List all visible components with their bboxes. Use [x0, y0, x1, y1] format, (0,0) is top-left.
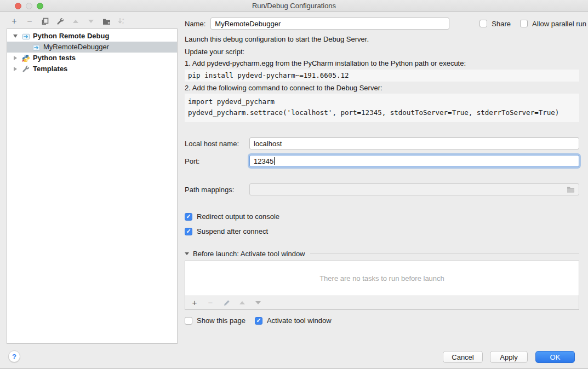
remove-task-icon: −: [206, 298, 215, 307]
tree-item-templates[interactable]: Templates: [7, 64, 177, 74]
local-host-name-label: Local host name:: [185, 140, 249, 148]
chevron-collapsed-icon[interactable]: [12, 67, 19, 71]
configurations-toolbar: + − az: [10, 17, 126, 26]
remote-debug-config-icon: [21, 32, 30, 41]
show-this-page-checkbox[interactable]: [185, 317, 192, 325]
port-input[interactable]: 12345: [249, 155, 579, 167]
step1-text: 1. Add pydevd-pycharm.egg from the PyCha…: [185, 59, 466, 67]
move-up-icon: [71, 17, 80, 26]
browse-folder-icon[interactable]: [567, 186, 575, 193]
configurations-tree: Python Remote Debug MyRemoteDebugger Pyt…: [7, 28, 178, 344]
sort-configurations-icon: az: [117, 17, 126, 26]
share-label: Share: [492, 20, 511, 28]
add-configuration-icon[interactable]: +: [10, 17, 19, 26]
new-folder-icon[interactable]: [102, 17, 111, 26]
titlebar: Run/Debug Configurations: [0, 0, 588, 12]
add-task-icon[interactable]: +: [190, 298, 199, 307]
path-mappings-input[interactable]: [249, 183, 579, 195]
move-task-down-icon: [254, 298, 262, 307]
run-debug-configurations-dialog: Run/Debug Configurations + − az Python R…: [0, 0, 588, 369]
text-cursor: [274, 157, 275, 165]
settrace-code[interactable]: import pydevd_pycharm pydevd_pycharm.set…: [185, 94, 579, 122]
svg-text:z: z: [122, 21, 124, 25]
redirect-output-checkbox[interactable]: [185, 213, 192, 221]
edit-templates-icon[interactable]: [56, 17, 65, 26]
ok-button[interactable]: OK: [535, 351, 575, 363]
name-label: Name:: [185, 20, 205, 28]
templates-wrench-icon: [21, 65, 30, 73]
tree-item-label: Python Remote Debug: [33, 31, 109, 42]
cancel-button[interactable]: Cancel: [443, 351, 483, 363]
remote-debug-config-icon: [32, 43, 41, 51]
intro-text: Launch this debug configuration to start…: [185, 35, 369, 43]
before-launch-title: Before launch: Activate tool window: [193, 250, 305, 258]
window-title: Run/Debug Configurations: [0, 2, 588, 10]
edit-task-icon: [222, 298, 231, 307]
chevron-collapsed-icon[interactable]: [12, 56, 19, 60]
update-script-text: Update your script:: [185, 48, 244, 56]
question-mark-icon: ?: [12, 353, 16, 361]
allow-parallel-run-checkbox[interactable]: [520, 20, 528, 27]
chevron-expanded-icon[interactable]: [12, 34, 19, 38]
task-list-toolbar: + −: [185, 296, 579, 310]
before-launch-task-list[interactable]: There are no tasks to run before launch: [185, 261, 579, 296]
help-button[interactable]: ?: [8, 350, 20, 362]
activate-tool-window-label: Activate tool window: [267, 316, 332, 325]
show-this-page-label: Show this page: [197, 316, 246, 325]
suspend-after-connect-label: Suspend after connect: [197, 227, 268, 235]
pip-install-code[interactable]: pip install pydevd-pycharm~=191.6605.12: [185, 70, 579, 82]
allow-parallel-run-label: Allow parallel run: [532, 20, 586, 28]
python-tests-icon: [21, 54, 30, 62]
svg-text:a: a: [122, 18, 124, 21]
settrace-code-line2: pydevd_pycharm.settrace('localhost', por…: [185, 107, 579, 118]
settrace-code-line1: import pydevd_pycharm: [185, 96, 579, 107]
apply-button[interactable]: Apply: [490, 351, 528, 363]
redirect-output-label: Redirect output to console: [197, 212, 279, 221]
tree-item-myremotedebugger[interactable]: MyRemoteDebugger: [7, 42, 177, 53]
tree-item-label: MyRemoteDebugger: [43, 42, 109, 53]
move-down-icon: [87, 17, 95, 26]
no-tasks-text: There are no tasks to run before launch: [319, 274, 444, 282]
port-label: Port:: [185, 157, 249, 165]
tree-item-python-remote-debug[interactable]: Python Remote Debug: [7, 31, 177, 42]
name-input[interactable]: MyRemoteDebugger: [210, 18, 449, 30]
section-divider: [310, 253, 579, 254]
share-checkbox[interactable]: [479, 20, 487, 27]
local-host-name-input[interactable]: localhost: [249, 137, 579, 149]
remove-configuration-icon[interactable]: −: [25, 17, 34, 26]
path-mappings-label: Path mappings:: [185, 186, 249, 194]
move-task-up-icon: [238, 298, 247, 307]
tree-item-label: Python tests: [33, 53, 76, 64]
activate-tool-window-checkbox[interactable]: [255, 317, 262, 325]
step2-text: 2. Add the following command to connect …: [185, 84, 383, 92]
copy-configuration-icon[interactable]: [41, 17, 49, 26]
collapse-section-icon[interactable]: [185, 252, 189, 255]
tree-item-label: Templates: [33, 64, 67, 74]
suspend-after-connect-checkbox[interactable]: [185, 228, 192, 235]
tree-item-python-tests[interactable]: Python tests: [7, 53, 177, 64]
